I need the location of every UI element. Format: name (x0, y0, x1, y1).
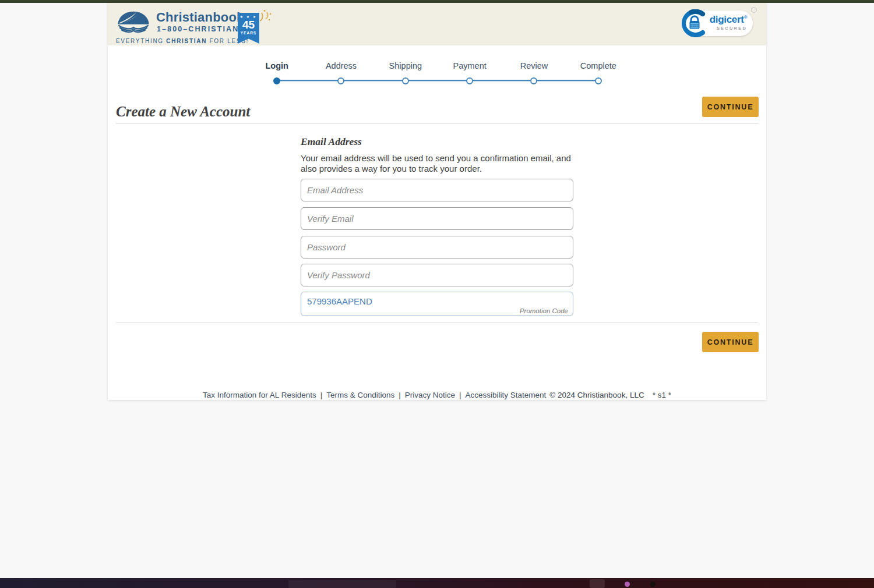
step-dot-login (273, 77, 280, 84)
seal-info-icon (751, 7, 757, 13)
title-divider (116, 123, 758, 123)
page-title: Create a New Account (116, 104, 250, 120)
promotion-code-field: Promotion Code (301, 292, 573, 316)
step-dot-shipping (402, 77, 409, 84)
checkout-progress-stepper: Login Address Shipping Payment Review Co… (245, 60, 630, 84)
footer-suffix: * s1 * (653, 391, 671, 399)
badge-years: YEARS (241, 31, 256, 35)
continue-button-bottom[interactable]: CONTINUE (702, 332, 759, 352)
email-address-input[interactable] (301, 179, 573, 201)
promotion-code-input[interactable] (301, 292, 573, 316)
taskbar-app-icon[interactable] (590, 579, 605, 588)
christianbook-logo[interactable]: Christianbook 1–800–CHRISTIAN. EVERYTHIN… (115, 7, 267, 44)
taskbar-pink-icon[interactable] (625, 582, 630, 587)
email-address-heading: Email Address (301, 136, 362, 148)
site-header: Christianbook 1–800–CHRISTIAN. EVERYTHIN… (108, 3, 766, 45)
taskbar-highlight-strip (288, 580, 396, 588)
digicert-lock-icon (681, 9, 709, 37)
digicert-secured-seal[interactable]: digicert® SECURED (681, 9, 753, 37)
footer-link-terms[interactable]: Terms & Conditions (316, 391, 395, 399)
section-divider (116, 322, 758, 323)
footer-copyright: © 2024 Christianbook, LLC (549, 391, 644, 399)
logo-brand-text: Christianbook (156, 10, 244, 25)
footer-link-tax-info[interactable]: Tax Information for AL Residents (203, 391, 316, 399)
logo-phone-text: 1–800–CHRISTIAN. (157, 25, 242, 33)
confetti-icon (258, 9, 273, 24)
password-input[interactable] (301, 236, 573, 258)
site-footer: Tax Information for AL ResidentsTerms & … (108, 391, 766, 399)
verify-email-input[interactable] (301, 207, 573, 230)
stepper-step-review: Review (502, 60, 566, 84)
logo-tagline: EVERYTHING CHRISTIAN FOR LESS! (116, 38, 249, 44)
stepper-step-shipping: Shipping (373, 60, 438, 84)
taskbar[interactable] (0, 578, 874, 588)
step-dot-complete (595, 77, 602, 84)
footer-link-accessibility[interactable]: Accessibility Statement (455, 391, 546, 399)
checkout-page-container: Christianbook 1–800–CHRISTIAN. EVERYTHIN… (108, 3, 766, 400)
top-accent-line (0, 0, 874, 3)
footer-link-privacy[interactable]: Privacy Notice (394, 391, 455, 399)
continue-button-top[interactable]: CONTINUE (702, 97, 759, 117)
email-description: Your email address will be used to send … (301, 153, 573, 174)
stepper-step-login: Login (245, 60, 309, 84)
stepper-step-address: Address (309, 60, 373, 84)
open-book-logo-icon (115, 9, 151, 35)
stepper-step-complete: Complete (566, 60, 630, 84)
step-dot-payment (466, 77, 473, 84)
verify-password-input[interactable] (301, 264, 573, 286)
taskbar-dark-icon[interactable] (650, 582, 656, 587)
digicert-text: digicert® SECURED (707, 14, 749, 31)
step-dot-review (530, 77, 537, 84)
step-dot-address (337, 77, 344, 84)
stepper-step-payment: Payment (438, 60, 502, 84)
badge-number: 45 (242, 19, 255, 30)
